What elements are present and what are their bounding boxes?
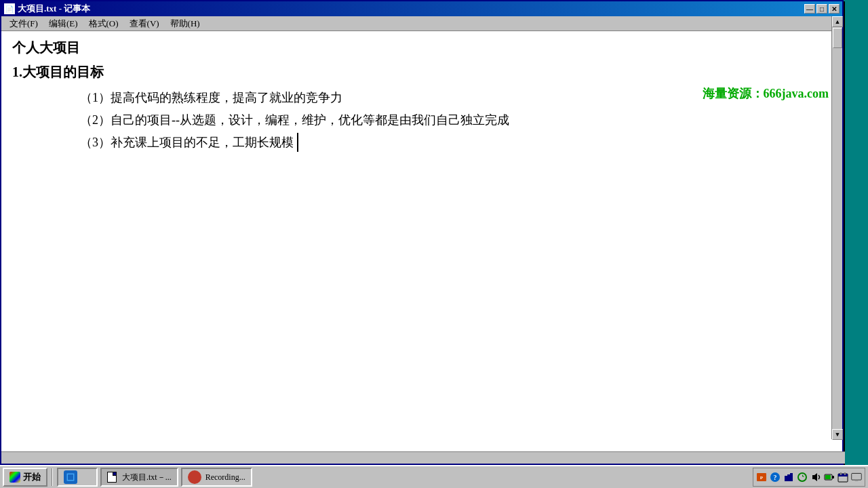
notepad-taskbar-icon — [107, 472, 117, 483]
vertical-scrollbar[interactable]: ▲ ▼ — [831, 16, 842, 439]
recording-icon — [188, 470, 201, 484]
svg-rect-8 — [790, 473, 793, 481]
tray-volume-icon[interactable] — [810, 472, 821, 483]
blue-app-icon — [64, 470, 77, 484]
taskbar: 开始 大项目.txt－... Recording... P — [0, 465, 868, 488]
start-label: 开始 — [23, 471, 41, 483]
tray-ppt-icon[interactable]: P — [756, 472, 767, 483]
svg-text:?: ? — [774, 474, 777, 481]
tray-network-icon[interactable] — [783, 472, 794, 483]
menu-edit[interactable]: 编辑(E) — [43, 16, 83, 31]
windows-logo-icon — [9, 472, 20, 483]
scroll-up-button[interactable]: ▲ — [832, 16, 843, 27]
svg-rect-16 — [840, 472, 842, 475]
taskbar-recording-item[interactable]: Recording... — [181, 468, 252, 487]
text-cursor — [294, 133, 298, 152]
window-title: 大项目.txt - 记事本 — [18, 3, 90, 15]
menu-file[interactable]: 文件(F) — [4, 16, 43, 31]
content-line4: （2）自己的项目--从选题，设计，编程，维护，优化等都是由我们自己独立完成 — [80, 110, 831, 130]
scroll-track[interactable] — [832, 28, 842, 429]
taskbar-app-icon[interactable] — [57, 468, 98, 487]
content-line1: 个人大项目 — [12, 37, 831, 58]
svg-marker-10 — [812, 473, 817, 481]
scroll-thumb[interactable] — [833, 28, 842, 48]
tray-refresh-icon[interactable] — [797, 472, 808, 483]
tray-help-icon[interactable]: ? — [770, 472, 781, 483]
status-bar — [1, 451, 845, 464]
maximize-button[interactable]: □ — [816, 4, 827, 14]
menu-bar: 文件(F) 编辑(E) 格式(O) 查看(V) 帮助(H) — [1, 16, 842, 31]
close-button[interactable]: ✕ — [829, 4, 840, 14]
tray-battery-icon[interactable] — [824, 472, 835, 483]
box-svg-icon — [66, 472, 75, 482]
watermark-text: 海量资源：666java.com — [703, 85, 829, 102]
svg-rect-1 — [68, 474, 73, 480]
taskbar-divider — [52, 468, 53, 486]
title-bar-left: 📄 大项目.txt - 记事本 — [4, 3, 90, 15]
tray-display-icon[interactable] — [851, 472, 862, 483]
taskbar-notepad-item[interactable]: 大项目.txt－... — [100, 468, 178, 487]
app-icon: 📄 — [4, 3, 15, 14]
svg-rect-19 — [852, 474, 861, 479]
tray-datetime-icon[interactable] — [837, 472, 848, 483]
title-bar: 📄 大项目.txt - 记事本 — □ ✕ — [1, 1, 842, 16]
start-button[interactable]: 开始 — [3, 468, 47, 487]
taskbar-recording-label: Recording... — [205, 472, 245, 483]
svg-rect-17 — [844, 472, 846, 475]
notepad-window: 📄 大项目.txt - 记事本 — □ ✕ 文件(F) 编辑(E) 格式(O) … — [0, 0, 844, 465]
menu-view[interactable]: 查看(V) — [124, 16, 165, 31]
svg-rect-7 — [787, 474, 790, 481]
system-tray: P ? — [753, 468, 865, 487]
content-line5: （3）补充课上项目的不足，工期长规模 — [80, 133, 831, 152]
svg-point-9 — [798, 473, 806, 481]
text-editor-area[interactable]: 个人大项目 1.大项目的目标 （1）提高代码的熟练程度，提高了就业的竞争力 （2… — [1, 31, 842, 454]
svg-text:P: P — [760, 475, 764, 481]
svg-rect-6 — [785, 476, 787, 481]
svg-rect-20 — [855, 480, 859, 481]
svg-rect-12 — [825, 475, 831, 479]
svg-rect-15 — [838, 474, 848, 476]
menu-format[interactable]: 格式(O) — [83, 16, 124, 31]
taskbar-notepad-label: 大项目.txt－... — [122, 472, 172, 483]
svg-rect-13 — [832, 476, 834, 479]
minimize-button[interactable]: — — [804, 4, 815, 14]
menu-help[interactable]: 帮助(H) — [165, 16, 205, 31]
content-line2: 1.大项目的目标 — [12, 61, 831, 83]
scroll-down-button[interactable]: ▼ — [832, 429, 843, 440]
title-buttons: — □ ✕ — [804, 4, 840, 14]
